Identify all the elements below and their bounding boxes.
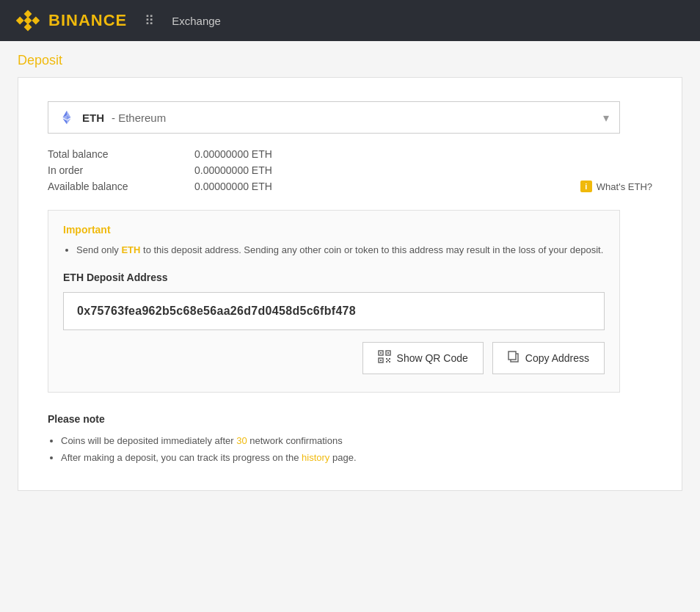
- in-order-label: In order: [48, 164, 194, 176]
- available-balance-label: Available balance: [48, 181, 194, 192]
- balance-section: Total balance 0.00000000 ETH In order 0.…: [48, 148, 652, 192]
- svg-rect-17: [386, 358, 387, 360]
- deposit-card: ETH - Ethereum ▾ Total balance 0.0000000…: [18, 77, 682, 491]
- svg-marker-2: [32, 17, 40, 25]
- page: Deposit ETH - Ethereum ▾ Total: [0, 41, 700, 491]
- page-title: Deposit: [0, 41, 700, 77]
- eth-highlight: ETH: [121, 244, 140, 255]
- action-buttons: Show QR Code Copy Address: [63, 342, 605, 374]
- deposit-address-value: 0x75763fea962b5c68e56aa26d7d0458d5c6fbf4…: [77, 305, 356, 317]
- coin-selector[interactable]: ETH - Ethereum ▾: [48, 101, 620, 134]
- in-order-value: 0.00000000 ETH: [194, 164, 272, 176]
- chevron-down-icon: ▾: [603, 111, 609, 125]
- deposit-address-label: ETH Deposit Address: [63, 272, 605, 283]
- info-icon: i: [580, 181, 592, 192]
- exchange-nav[interactable]: Exchange: [172, 15, 221, 27]
- please-note: Please note Coins will be deposited imme…: [48, 413, 652, 467]
- svg-rect-12: [380, 352, 382, 354]
- total-balance-value: 0.00000000 ETH: [194, 148, 272, 160]
- notice-list: Send only ETH to this deposit address. S…: [63, 243, 605, 258]
- please-note-item-1: Coins will be deposited immediately afte…: [61, 432, 652, 449]
- please-note-list: Coins will be deposited immediately afte…: [48, 432, 652, 467]
- coin-code: ETH: [82, 112, 104, 124]
- notice-title: Important: [63, 224, 605, 236]
- total-balance-row: Total balance 0.00000000 ETH: [48, 148, 652, 160]
- svg-rect-21: [387, 360, 389, 361]
- svg-rect-20: [389, 361, 390, 363]
- logo: BINANCE: [15, 7, 127, 34]
- header: BINANCE ⠿ Exchange: [0, 0, 700, 41]
- available-balance-row: Available balance 0.00000000 ETH i What'…: [48, 181, 652, 192]
- copy-address-label: Copy Address: [525, 352, 589, 364]
- copy-icon: [508, 351, 519, 365]
- svg-rect-14: [387, 352, 389, 354]
- please-note-title: Please note: [48, 413, 652, 425]
- svg-rect-16: [380, 360, 382, 361]
- total-balance-label: Total balance: [48, 148, 194, 160]
- history-link[interactable]: history: [302, 452, 329, 463]
- svg-marker-4: [24, 17, 32, 25]
- show-qr-label: Show QR Code: [397, 352, 468, 364]
- whats-eth-link[interactable]: i What's ETH?: [580, 181, 652, 192]
- coin-name: - Ethereum: [112, 112, 166, 124]
- confirmations-number: 30: [236, 435, 247, 446]
- please-note-item-2: After making a deposit, you can track it…: [61, 449, 652, 466]
- grid-icon[interactable]: ⠿: [145, 12, 154, 29]
- eth-icon: [59, 109, 75, 125]
- svg-rect-23: [508, 351, 516, 360]
- show-qr-button[interactable]: Show QR Code: [362, 342, 484, 374]
- binance-logo-icon: [15, 7, 41, 34]
- deposit-address-box: 0x75763fea962b5c68e56aa26d7d0458d5c6fbf4…: [63, 292, 605, 330]
- qr-code-icon: [378, 350, 391, 366]
- notice-box: Important Send only ETH to this deposit …: [48, 210, 620, 393]
- svg-marker-1: [16, 17, 24, 25]
- in-order-row: In order 0.00000000 ETH: [48, 164, 652, 176]
- svg-rect-19: [386, 361, 387, 363]
- svg-rect-18: [389, 358, 390, 360]
- notice-item: Send only ETH to this deposit address. S…: [76, 243, 605, 258]
- available-balance-value: 0.00000000 ETH: [194, 181, 272, 192]
- logo-text: BINANCE: [48, 11, 127, 30]
- copy-address-button[interactable]: Copy Address: [492, 342, 605, 374]
